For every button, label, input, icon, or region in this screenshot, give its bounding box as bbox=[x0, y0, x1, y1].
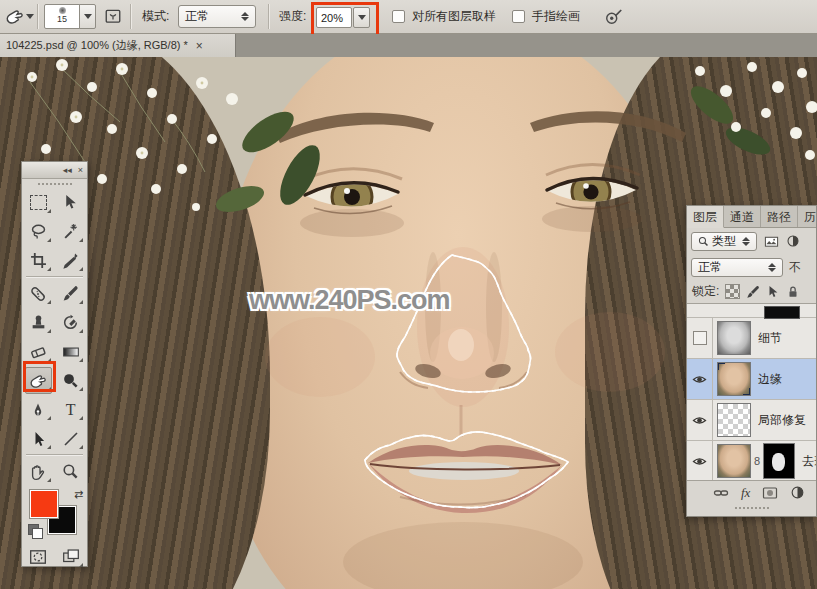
layer-thumbnail[interactable] bbox=[717, 362, 751, 396]
lock-pixels-icon[interactable] bbox=[746, 285, 760, 299]
layer-thumbnail[interactable] bbox=[717, 321, 751, 355]
crop-tool[interactable] bbox=[22, 246, 55, 275]
layer-row-despeckle[interactable]: 8 去斑 bbox=[687, 441, 816, 481]
document-tab-bar: 104225.psd @ 100% (边缘, RGB/8) * × bbox=[0, 34, 817, 57]
dodge-tool[interactable] bbox=[55, 366, 88, 395]
lock-position-icon[interactable] bbox=[766, 285, 780, 299]
layer-row-edge[interactable]: 边缘 bbox=[687, 359, 816, 400]
path-select-tool[interactable] bbox=[22, 424, 55, 453]
opacity-label-clipped: 不 bbox=[789, 259, 801, 276]
updown-arrow-icon bbox=[241, 12, 249, 21]
zoom-tool[interactable] bbox=[55, 457, 88, 486]
smudge-tool-icon[interactable] bbox=[5, 7, 24, 26]
visibility-toggle[interactable] bbox=[687, 359, 713, 399]
tab-paths[interactable]: 路径 bbox=[761, 206, 798, 227]
updown-arrow-icon bbox=[768, 263, 776, 272]
lasso-tool[interactable] bbox=[22, 217, 55, 246]
tool-options-bar: 15 模式: 正常 强度: 20% 对所有图层取样 手指绘画 bbox=[0, 0, 817, 34]
panel-grip[interactable] bbox=[687, 504, 816, 512]
quick-mask-icon bbox=[29, 548, 47, 566]
clone-stamp-icon bbox=[30, 314, 47, 331]
lock-label: 锁定: bbox=[692, 283, 719, 300]
airbrush-icon[interactable] bbox=[604, 7, 623, 26]
tab-layers[interactable]: 图层 bbox=[687, 206, 724, 228]
magic-wand-tool[interactable] bbox=[55, 217, 88, 246]
brush-preset-picker[interactable]: 15 bbox=[44, 4, 80, 29]
healing-brush-tool[interactable] bbox=[22, 279, 55, 308]
history-brush-tool[interactable] bbox=[55, 308, 88, 337]
photoshop-window: 15 模式: 正常 强度: 20% 对所有图层取样 手指绘画 104225.ps… bbox=[0, 0, 817, 589]
adjustment-layer-icon[interactable] bbox=[790, 485, 805, 500]
sample-all-layers-checkbox[interactable] bbox=[392, 10, 405, 23]
layer-name[interactable]: 边缘 bbox=[758, 371, 782, 388]
layer-row-partial[interactable] bbox=[687, 304, 816, 318]
clone-stamp-tool[interactable] bbox=[22, 308, 55, 337]
add-mask-icon[interactable] bbox=[762, 485, 778, 501]
eyedropper-icon bbox=[62, 252, 79, 269]
blend-mode-value: 正常 bbox=[698, 259, 722, 276]
line-icon bbox=[63, 431, 79, 447]
filter-image-icon[interactable] bbox=[764, 234, 779, 249]
layer-style-button[interactable]: fx bbox=[741, 485, 750, 501]
crop-icon bbox=[30, 252, 47, 269]
screen-mode-button[interactable] bbox=[55, 542, 88, 571]
brush-size-value: 15 bbox=[45, 14, 79, 25]
document-tab[interactable]: 104225.psd @ 100% (边缘, RGB/8) * × bbox=[0, 34, 236, 57]
tab-history[interactable]: 历史 bbox=[798, 206, 817, 227]
layer-row-detail[interactable]: 细节 bbox=[687, 318, 816, 359]
visibility-toggle[interactable] bbox=[687, 400, 713, 440]
zoom-icon bbox=[62, 463, 79, 480]
strength-arrow-button[interactable] bbox=[353, 7, 370, 28]
tab-close-icon[interactable]: × bbox=[196, 39, 203, 53]
visibility-toggle[interactable] bbox=[687, 318, 713, 358]
quick-mask-button[interactable] bbox=[22, 542, 55, 571]
mode-dropdown[interactable]: 正常 bbox=[178, 5, 256, 28]
dodge-icon bbox=[62, 372, 79, 389]
tool-preset-caret-icon[interactable] bbox=[26, 14, 34, 19]
tab-channels[interactable]: 通道 bbox=[724, 206, 761, 227]
gradient-tool[interactable] bbox=[55, 337, 88, 366]
blend-mode-dropdown[interactable]: 正常 bbox=[691, 258, 783, 277]
separator bbox=[268, 4, 270, 29]
strength-input[interactable]: 20% bbox=[316, 7, 352, 28]
layer-thumbnail[interactable] bbox=[717, 444, 751, 478]
line-tool[interactable] bbox=[55, 424, 88, 453]
move-tool[interactable] bbox=[55, 188, 88, 217]
hand-tool[interactable] bbox=[22, 457, 55, 486]
brush-picker-arrow-button[interactable] bbox=[79, 4, 96, 29]
default-colors-icon-front[interactable] bbox=[32, 528, 43, 539]
filter-type-value: 类型 bbox=[712, 233, 736, 250]
panel-grip[interactable] bbox=[22, 179, 87, 188]
layer-name[interactable]: 细节 bbox=[758, 330, 782, 347]
lock-transparency-icon[interactable] bbox=[725, 284, 740, 299]
swap-colors-icon[interactable]: ⇄ bbox=[74, 488, 83, 501]
layer-name[interactable]: 局部修复 bbox=[758, 412, 806, 429]
marquee-tool[interactable] bbox=[22, 188, 55, 217]
close-panel-icon[interactable]: × bbox=[78, 165, 83, 175]
foreground-color-swatch[interactable] bbox=[30, 490, 58, 518]
layer-name[interactable]: 去斑 bbox=[802, 453, 816, 470]
filter-adjustment-icon[interactable] bbox=[786, 234, 800, 248]
collapse-panel-icon[interactable]: ◂◂ bbox=[63, 165, 72, 175]
layer-mask-thumbnail[interactable] bbox=[763, 443, 795, 479]
layers-panel-footer: fx bbox=[687, 481, 816, 504]
separator bbox=[37, 4, 39, 29]
type-tool[interactable]: T bbox=[55, 395, 88, 424]
gradient-icon bbox=[62, 343, 80, 361]
lock-all-icon[interactable] bbox=[786, 285, 800, 299]
finger-painting-checkbox[interactable] bbox=[512, 10, 525, 23]
layer-row-local-repair[interactable]: 局部修复 bbox=[687, 400, 816, 441]
toggle-brush-panel-icon[interactable] bbox=[104, 7, 122, 25]
eye-icon bbox=[692, 454, 707, 469]
history-brush-icon bbox=[62, 314, 79, 331]
tools-panel: ◂◂ × T bbox=[21, 161, 88, 567]
visibility-toggle[interactable] bbox=[687, 441, 713, 481]
link-layers-icon[interactable] bbox=[713, 485, 729, 501]
brush-tool[interactable] bbox=[55, 279, 88, 308]
eyedropper-tool[interactable] bbox=[55, 246, 88, 275]
layer-thumbnail[interactable] bbox=[717, 403, 751, 437]
filter-type-dropdown[interactable]: 类型 bbox=[691, 232, 757, 251]
pen-tool[interactable] bbox=[22, 395, 55, 424]
mask-link-icon: 8 bbox=[754, 455, 760, 467]
move-icon bbox=[62, 194, 79, 211]
